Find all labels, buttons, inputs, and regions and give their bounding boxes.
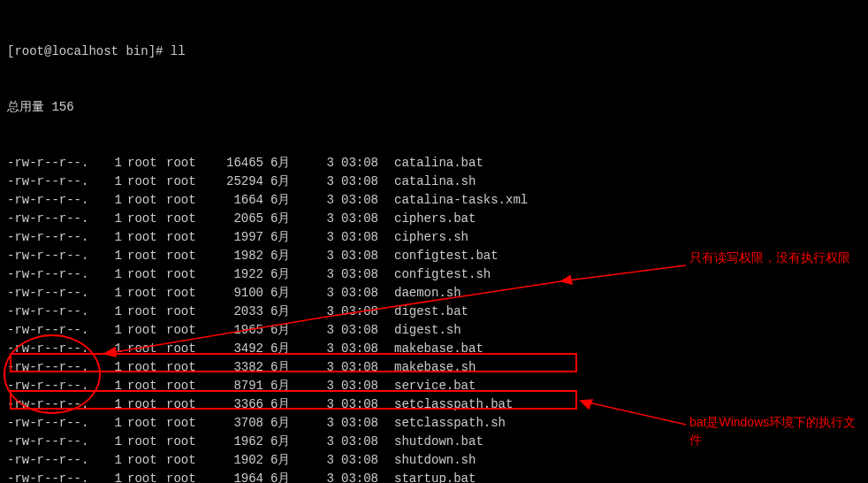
file-size: 3366	[210, 395, 263, 414]
file-permissions: -rw-r--r--.	[7, 395, 104, 414]
file-group: root	[166, 191, 210, 210]
file-links: 1	[104, 470, 122, 483]
file-name: ciphers.sh	[387, 228, 468, 247]
file-name: digest.sh	[387, 321, 461, 340]
file-time: 03:08	[334, 470, 387, 483]
file-size: 1997	[210, 228, 263, 247]
total-label: 总用量 156	[7, 98, 74, 117]
file-owner: root	[122, 433, 166, 451]
file-name: makebase.sh	[387, 358, 476, 377]
file-month: 6月	[263, 470, 299, 483]
file-owner: root	[122, 340, 166, 358]
file-time: 03:08	[334, 154, 387, 172]
file-size: 3708	[210, 414, 263, 433]
file-group: root	[166, 265, 210, 284]
file-day: 3	[299, 228, 334, 247]
file-time: 03:08	[334, 303, 387, 321]
file-name: shutdown.bat	[387, 433, 483, 451]
file-day: 3	[299, 265, 334, 284]
file-size: 1902	[210, 451, 263, 470]
file-permissions: -rw-r--r--.	[7, 340, 104, 358]
file-owner: root	[122, 414, 166, 433]
file-month: 6月	[263, 172, 299, 191]
file-name: daemon.sh	[387, 284, 461, 303]
file-group: root	[166, 340, 210, 358]
file-name: catalina-tasks.xml	[387, 191, 528, 210]
file-name: configtest.sh	[387, 265, 491, 284]
file-size: 1982	[210, 247, 263, 265]
file-month: 6月	[263, 210, 299, 228]
table-row: -rw-r--r--.1rootroot19646月303:08startup.…	[7, 470, 861, 483]
file-time: 03:08	[334, 284, 387, 303]
file-owner: root	[122, 470, 166, 483]
table-row: -rw-r--r--.1rootroot16646月303:08catalina…	[7, 191, 861, 210]
file-group: root	[166, 247, 210, 265]
file-day: 3	[299, 340, 334, 358]
file-permissions: -rw-r--r--.	[7, 210, 104, 228]
file-links: 1	[104, 358, 122, 377]
file-group: root	[166, 470, 210, 483]
file-month: 6月	[263, 247, 299, 265]
permission-annotation: 只有读写权限，没有执行权限	[689, 249, 866, 267]
file-links: 1	[104, 228, 122, 247]
file-time: 03:08	[334, 451, 387, 470]
file-name: catalina.bat	[387, 154, 483, 172]
file-time: 03:08	[334, 321, 387, 340]
file-day: 3	[299, 321, 334, 340]
file-owner: root	[122, 303, 166, 321]
total-line: 总用量 156	[7, 98, 861, 117]
file-time: 03:08	[334, 247, 387, 265]
file-day: 3	[299, 451, 334, 470]
file-day: 3	[299, 395, 334, 414]
file-name: catalina.sh	[387, 172, 476, 191]
file-links: 1	[104, 247, 122, 265]
file-name: setclasspath.sh	[387, 414, 506, 433]
file-group: root	[166, 154, 210, 172]
file-month: 6月	[263, 154, 299, 172]
table-row: -rw-r--r--.1rootroot19656月303:08digest.s…	[7, 321, 861, 340]
file-permissions: -rw-r--r--.	[7, 228, 104, 247]
file-name: configtest.bat	[387, 247, 499, 265]
file-time: 03:08	[334, 172, 387, 191]
file-owner: root	[122, 210, 166, 228]
file-links: 1	[104, 154, 122, 172]
file-owner: root	[122, 247, 166, 265]
file-month: 6月	[263, 303, 299, 321]
file-time: 03:08	[334, 358, 387, 377]
file-permissions: -rw-r--r--.	[7, 284, 104, 303]
file-group: root	[166, 284, 210, 303]
file-month: 6月	[263, 433, 299, 451]
file-day: 3	[299, 247, 334, 265]
file-owner: root	[122, 284, 166, 303]
table-row: -rw-r--r--.1rootroot91006月303:08daemon.s…	[7, 284, 861, 303]
file-day: 3	[299, 470, 334, 483]
file-permissions: -rw-r--r--.	[7, 247, 104, 265]
file-size: 25294	[210, 172, 263, 191]
file-links: 1	[104, 433, 122, 451]
file-day: 3	[299, 284, 334, 303]
file-day: 3	[299, 210, 334, 228]
file-group: root	[166, 321, 210, 340]
file-month: 6月	[263, 377, 299, 395]
file-links: 1	[104, 377, 122, 395]
file-day: 3	[299, 433, 334, 451]
table-row: -rw-r--r--.1rootroot33666月303:08setclass…	[7, 395, 861, 414]
file-permissions: -rw-r--r--.	[7, 433, 104, 451]
file-time: 03:08	[334, 340, 387, 358]
file-time: 03:08	[334, 414, 387, 433]
file-owner: root	[122, 154, 166, 172]
file-time: 03:08	[334, 265, 387, 284]
file-owner: root	[122, 451, 166, 470]
file-size: 1965	[210, 321, 263, 340]
bat-annotation-text: bat是Windows环境下的执行文件	[689, 415, 856, 447]
file-owner: root	[122, 172, 166, 191]
file-group: root	[166, 358, 210, 377]
file-size: 3492	[210, 340, 263, 358]
file-time: 03:08	[334, 433, 387, 451]
file-links: 1	[104, 395, 122, 414]
file-size: 2033	[210, 303, 263, 321]
file-size: 1922	[210, 265, 263, 284]
file-time: 03:08	[334, 210, 387, 228]
file-month: 6月	[263, 228, 299, 247]
table-row: -rw-r--r--.1rootroot20336月303:08digest.b…	[7, 303, 861, 321]
